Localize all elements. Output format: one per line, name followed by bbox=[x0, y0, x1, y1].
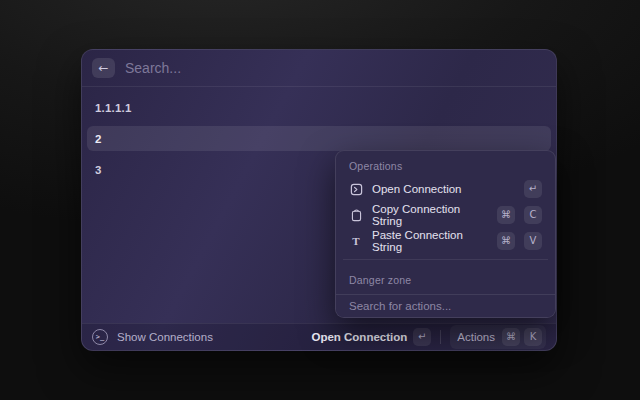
list-item-label: 2 bbox=[95, 133, 102, 145]
enter-key-badge: ↵ bbox=[524, 180, 542, 198]
cmd-key-badge: ⌘ bbox=[502, 328, 520, 346]
status-bar-divider bbox=[440, 330, 441, 344]
list-item-label: 3 bbox=[95, 164, 102, 176]
actions-menu: Operations Open Connection ↵ Copy Connec… bbox=[335, 150, 556, 318]
cmd-key-badge: ⌘ bbox=[497, 206, 515, 224]
search-bar: ← bbox=[82, 50, 556, 87]
c-key-badge: C bbox=[524, 206, 542, 224]
cmd-key-badge: ⌘ bbox=[497, 232, 515, 250]
status-bar-label: Show Connections bbox=[117, 331, 213, 343]
terminal-icon bbox=[349, 182, 363, 196]
section-header-danger-zone: Danger zone bbox=[342, 265, 549, 290]
menu-item-open-connection[interactable]: Open Connection ↵ bbox=[342, 176, 549, 202]
list-item-label: 1.1.1.1 bbox=[95, 102, 132, 114]
search-input[interactable] bbox=[125, 60, 546, 76]
v-key-badge: V bbox=[524, 232, 542, 250]
list-item[interactable]: 1.1.1.1 bbox=[87, 95, 551, 120]
actions-button[interactable]: Actions ⌘ K bbox=[450, 325, 546, 349]
clipboard-icon bbox=[349, 208, 363, 222]
enter-key-badge: ↵ bbox=[413, 328, 431, 346]
terminal-prompt-icon: >_ bbox=[92, 329, 108, 345]
back-button[interactable]: ← bbox=[92, 58, 115, 78]
list-item-selected[interactable]: 2 bbox=[87, 126, 551, 151]
menu-item-paste-connection-string[interactable]: T Paste Connection String ⌘ V bbox=[342, 228, 549, 254]
text-icon: T bbox=[349, 234, 363, 248]
open-connection-label: Open Connection bbox=[311, 331, 407, 343]
menu-item-label: Paste Connection String bbox=[372, 229, 488, 253]
menu-item-label: Open Connection bbox=[372, 183, 515, 195]
menu-item-label: Copy Connection String bbox=[372, 203, 488, 227]
actions-button-label: Actions bbox=[457, 331, 495, 343]
actions-search-input[interactable] bbox=[349, 300, 542, 312]
status-bar: >_ Show Connections Open Connection ↵ Ac… bbox=[82, 323, 556, 350]
menu-separator bbox=[343, 259, 548, 260]
menu-item-copy-connection-string[interactable]: Copy Connection String ⌘ C bbox=[342, 202, 549, 228]
actions-menu-list: Operations Open Connection ↵ Copy Connec… bbox=[336, 151, 555, 296]
section-header-operations: Operations bbox=[342, 151, 549, 176]
actions-search-bar bbox=[336, 294, 555, 317]
arrow-left-icon: ← bbox=[98, 62, 108, 74]
open-connection-button[interactable]: Open Connection ↵ bbox=[311, 328, 431, 346]
k-key-badge: K bbox=[524, 328, 542, 346]
